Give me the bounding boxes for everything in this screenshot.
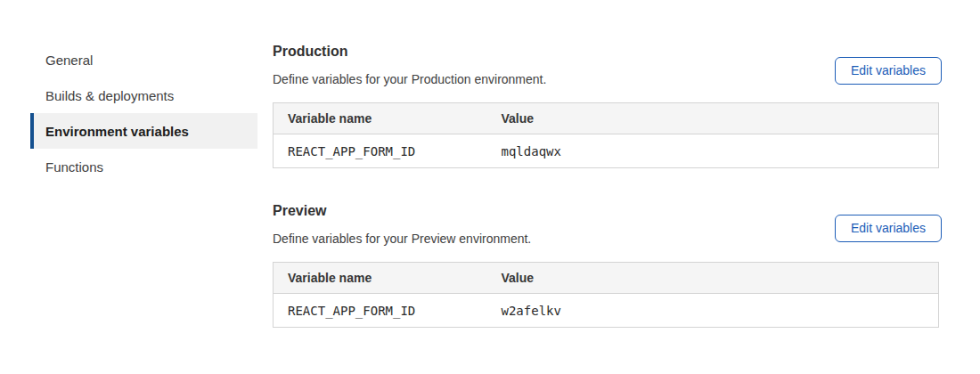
sidebar-item-environment-variables[interactable]: Environment variables bbox=[30, 113, 257, 149]
production-variables-table: Variable name Value REACT_APP_FORM_ID mq… bbox=[273, 102, 939, 168]
environment-variables-panel: Production Define variables for your Pro… bbox=[273, 43, 939, 328]
column-header-value: Value bbox=[487, 103, 939, 134]
preview-section: Preview Define variables for your Previe… bbox=[273, 202, 939, 328]
sidebar-item-functions[interactable]: Functions bbox=[30, 149, 257, 184]
sidebar-item-builds-deployments[interactable]: Builds & deployments bbox=[30, 77, 257, 113]
column-header-value: Value bbox=[487, 263, 939, 294]
variable-name-cell: REACT_APP_FORM_ID bbox=[274, 134, 487, 168]
column-header-variable-name: Variable name bbox=[274, 103, 487, 134]
table-header-row: Variable name Value bbox=[274, 103, 939, 134]
variable-value-cell: w2afelkv bbox=[487, 294, 939, 328]
table-row: REACT_APP_FORM_ID w2afelkv bbox=[274, 294, 939, 328]
table-header-row: Variable name Value bbox=[274, 263, 939, 294]
settings-sidebar: General Builds & deployments Environment… bbox=[30, 42, 257, 184]
sidebar-item-general[interactable]: General bbox=[30, 42, 257, 77]
variable-value-cell: mqldaqwx bbox=[487, 134, 939, 168]
table-row: REACT_APP_FORM_ID mqldaqwx bbox=[274, 134, 939, 168]
preview-variables-table: Variable name Value REACT_APP_FORM_ID w2… bbox=[273, 262, 939, 328]
production-section: Production Define variables for your Pro… bbox=[273, 43, 939, 168]
edit-variables-button-production[interactable]: Edit variables bbox=[835, 57, 942, 85]
column-header-variable-name: Variable name bbox=[274, 263, 487, 294]
variable-name-cell: REACT_APP_FORM_ID bbox=[274, 294, 487, 328]
edit-variables-button-preview[interactable]: Edit variables bbox=[835, 215, 942, 242]
